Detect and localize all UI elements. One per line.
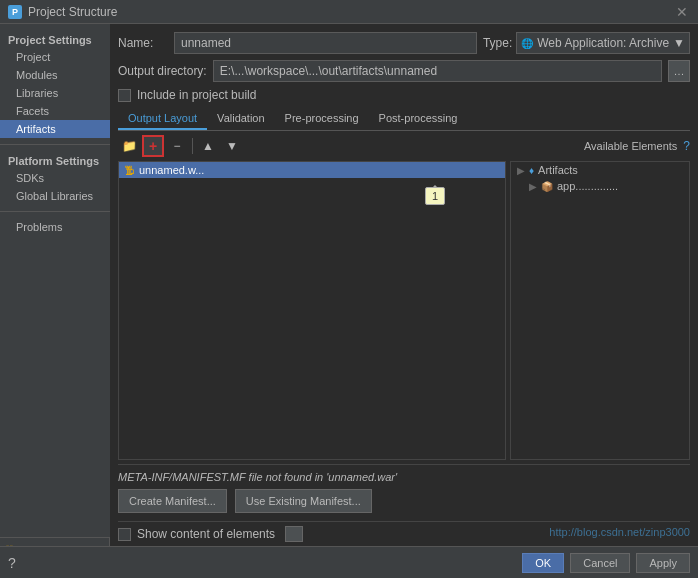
use-existing-manifest-button[interactable]: Use Existing Manifest... [235,489,372,513]
split-panel: 🗜 unnamed.w... ▶ ♦ Artifacts ▶ 📦 app....… [118,161,690,460]
output-dir-row: Output directory: … [118,60,690,82]
watermark-text: http://blog.csdn.net/zinp3000 [549,526,690,538]
sidebar-item-modules[interactable]: Modules [0,66,110,84]
include-in-build-checkbox[interactable] [118,89,131,102]
sidebar-item-sdks[interactable]: SDKs [0,169,110,187]
help-button[interactable]: ? [8,555,16,571]
tab-preprocessing[interactable]: Pre-processing [275,108,369,130]
app-icon: P [8,5,22,19]
sidebar-item-libraries[interactable]: Libraries [0,84,110,102]
title-text: Project Structure [28,5,117,19]
app-icon: 📦 [541,181,553,192]
add-button[interactable]: + [142,135,164,157]
folder-button[interactable]: 📁 [118,135,140,157]
output-dir-browse-button[interactable]: … [668,60,690,82]
name-label: Name: [118,36,168,50]
cancel-button[interactable]: Cancel [570,553,630,573]
artifacts-tree-item[interactable]: ▶ ♦ Artifacts [511,162,689,178]
dialog-footer: ? OK Cancel Apply [0,546,698,578]
type-section: Type: 🌐 Web Application: Archive ▼ [483,32,690,54]
apply-button[interactable]: Apply [636,553,690,573]
ok-button[interactable]: OK [522,553,564,573]
name-input[interactable] [174,32,477,54]
artifacts-arrow-icon: ▶ [517,165,525,176]
sidebar: Project Settings Project Modules Librari… [0,24,110,537]
title-bar: P Project Structure ✕ [0,0,698,24]
balloon-tooltip: 1 [425,187,445,205]
tab-validation[interactable]: Validation [207,108,275,130]
file-item-war[interactable]: 🗜 unnamed.w... [119,162,505,178]
show-content-checkbox[interactable] [118,528,131,541]
output-dir-label: Output directory: [118,64,207,78]
toolbar-sep [192,138,193,154]
toolbar: 📁 + − ▲ ▼ Available Elements ? [118,135,690,157]
main-layout: Project Settings Project Modules Librari… [0,24,698,578]
available-elements-label: Available Elements [584,140,677,152]
artifacts-icon: ♦ [529,165,534,176]
sidebar-item-facets[interactable]: Facets [0,102,110,120]
include-in-build-label: Include in project build [137,88,256,102]
move-down-button[interactable]: ▼ [221,135,243,157]
tab-output-layout[interactable]: Output Layout [118,108,207,130]
close-button[interactable]: ✕ [674,4,690,20]
right-panel: ▶ ♦ Artifacts ▶ 📦 app.............. [510,161,690,460]
app-arrow-icon: ▶ [529,181,537,192]
sidebar-item-problems[interactable]: Problems [0,218,110,236]
show-content-label: Show content of elements [137,527,275,541]
output-dir-input[interactable] [213,60,662,82]
app-tree-item[interactable]: ▶ 📦 app.............. [511,178,689,194]
type-dropdown[interactable]: 🌐 Web Application: Archive ▼ [516,32,690,54]
warning-text: META-INF/MANIFEST.MF file not found in '… [118,471,690,483]
sidebar-item-artifacts[interactable]: Artifacts [0,120,110,138]
sidebar-item-global-libraries[interactable]: Global Libraries [0,187,110,205]
create-manifest-button[interactable]: Create Manifest... [118,489,227,513]
platform-settings-label: Platform Settings [0,151,110,169]
include-in-build-row: Include in project build [118,88,690,102]
help-icon[interactable]: ? [683,139,690,153]
tab-postprocessing[interactable]: Post-processing [369,108,468,130]
type-dropdown-icon: 🌐 [521,38,533,49]
show-content-options-button[interactable] [285,526,303,542]
remove-button[interactable]: − [166,135,188,157]
sidebar-item-project[interactable]: Project [0,48,110,66]
tabs-bar: Output Layout Validation Pre-processing … [118,108,690,131]
type-label: Type: [483,36,512,50]
project-settings-label: Project Settings [0,30,110,48]
name-row: Name: Type: 🌐 Web Application: Archive ▼ [118,32,690,54]
dropdown-arrow-icon: ▼ [673,36,685,50]
war-file-icon: 🗜 [125,165,135,176]
content-area: Name: Type: 🌐 Web Application: Archive ▼… [110,24,698,578]
move-up-button[interactable]: ▲ [197,135,219,157]
left-panel: 🗜 unnamed.w... [118,161,506,460]
manifest-buttons: Create Manifest... Use Existing Manifest… [118,489,690,513]
